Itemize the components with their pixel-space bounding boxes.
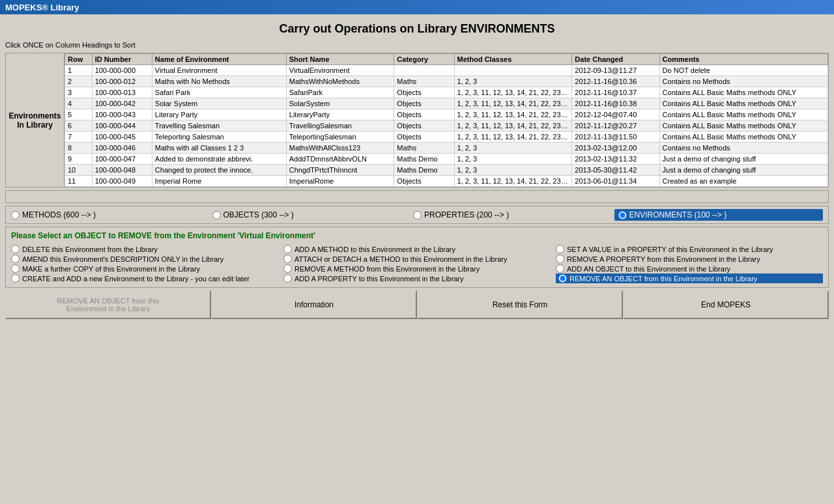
table-cell: 2012-12-04@07.40 <box>572 109 659 120</box>
col-category[interactable]: Category <box>394 54 454 65</box>
table-cell: Objects <box>394 132 454 143</box>
radio-environments-option[interactable]: ENVIRONMENTS (100 --> ) <box>614 209 824 221</box>
table-row[interactable]: 2100-000-012Maths with No MethodsMathsWi… <box>65 76 828 87</box>
table-cell: 8 <box>65 143 93 154</box>
col-name[interactable]: Name of Environment <box>152 54 286 65</box>
table-row[interactable]: 7100-000-045Teleporting SalesmanTeleport… <box>65 132 828 143</box>
col-short[interactable]: Short Name <box>286 54 394 65</box>
table-cell <box>394 65 454 76</box>
table-row[interactable]: 4100-000-042Solar SystemSolarSystemObjec… <box>65 98 828 109</box>
op-remove-property[interactable]: REMOVE A PROPERTY from this Environment … <box>556 254 823 264</box>
op-copy-label: MAKE a further COPY of this Environment … <box>22 265 200 273</box>
table-cell: 1, 2, 3, 11, 12, 13, 14, 21, 22, 23, 24, <box>454 176 572 187</box>
radio-op-remove-method[interactable] <box>283 264 292 273</box>
radio-methods[interactable] <box>11 211 20 219</box>
table-cell: Contains ALL Basic Maths methods ONLY <box>659 120 827 132</box>
radio-environments[interactable] <box>618 211 627 219</box>
table-cell: Maths Demo <box>394 165 454 176</box>
radio-op-attach-method[interactable] <box>283 255 292 263</box>
table-row[interactable]: 1100-000-000Virtual EnvironmentVirtualEn… <box>65 65 828 76</box>
op-delete-label: DELETE this Environment from the Library <box>22 245 158 253</box>
op-add-object-label: ADD AN OBJECT to this Environment in the… <box>567 265 730 273</box>
table-cell: 2012-11-16@10.36 <box>572 76 659 87</box>
table-row[interactable]: 6100-000-044Travelling SalesmanTravellin… <box>65 120 828 132</box>
col-comments[interactable]: Comments <box>659 54 827 65</box>
table-cell: Maths with all Classes 1 2 3 <box>152 143 286 154</box>
table-cell: Virtual Environment <box>152 65 286 76</box>
radio-properties-label: PROPERTIES (200 --> ) <box>424 210 509 219</box>
table-cell: Contains ALL Basic Maths methods ONLY <box>659 98 827 109</box>
table-cell: 100-000-043 <box>92 109 152 120</box>
op-create[interactable]: CREATE and ADD a new Environment to the … <box>11 273 278 283</box>
radio-properties[interactable] <box>413 211 422 219</box>
op-amend[interactable]: AMEND this Environment's DESCRIPTION ONL… <box>11 254 278 264</box>
op-attach-method[interactable]: ATTACH or DETACH a METHOD to this Enviro… <box>283 254 551 264</box>
table-cell: 6 <box>65 120 93 132</box>
radio-op-create[interactable] <box>11 274 20 283</box>
page-title: Carry out Operations on Library ENVIRONM… <box>5 17 829 40</box>
table-cell: 100-000-013 <box>92 87 152 98</box>
radio-objects[interactable] <box>212 211 221 219</box>
table-cell: 5 <box>65 109 93 120</box>
radio-methods-option[interactable]: METHODS (600 --> ) <box>11 210 212 219</box>
op-add-method[interactable]: ADD A METHOD to this Environment in the … <box>283 244 551 254</box>
reset-button[interactable]: Reset this Form <box>417 290 623 319</box>
table-cell: 2012-11-16@10.37 <box>572 87 659 98</box>
radio-op-copy[interactable] <box>11 264 20 273</box>
radio-op-add-property[interactable] <box>283 274 292 283</box>
op-add-object[interactable]: ADD AN OBJECT to this Environment in the… <box>556 264 823 273</box>
table-cell: 11 <box>65 176 93 187</box>
table-cell: MathsWithNoMethods <box>286 76 394 87</box>
table-cell: 100-000-045 <box>92 132 152 143</box>
radio-op-remove-object[interactable] <box>558 274 567 283</box>
radio-op-remove-property[interactable] <box>556 255 564 263</box>
table-row[interactable]: 11100-000-049Imperial RomeImperialRomeOb… <box>65 176 828 187</box>
table-row[interactable]: 8100-000-046Maths with all Classes 1 2 3… <box>65 143 828 154</box>
radio-op-delete[interactable] <box>11 245 20 253</box>
table-cell: 3 <box>65 87 93 98</box>
app-title: MOPEKS® Library <box>5 3 79 12</box>
table-cell: AdddTDmnsrtAbbrvOLN <box>286 154 394 165</box>
table-row[interactable]: 3100-000-013Safari ParkSafariParkObjects… <box>65 87 828 98</box>
op-copy[interactable]: MAKE a further COPY of this Environment … <box>11 264 278 273</box>
ops-title: Please Select an OBJECT to REMOVE from t… <box>11 231 823 240</box>
table-cell: 2 <box>65 76 93 87</box>
col-methods[interactable]: Method Classes <box>454 54 572 65</box>
table-cell: SafariPark <box>286 87 394 98</box>
op-remove-method[interactable]: REMOVE A METHOD from this Environment in… <box>283 264 551 273</box>
col-date[interactable]: Date Changed <box>572 54 659 65</box>
table-cell: 2013-06-01@11.34 <box>572 176 659 187</box>
op-delete[interactable]: DELETE this Environment from the Library <box>11 244 278 254</box>
col-row[interactable]: Row <box>65 54 93 65</box>
table-cell: Added to demonstrate abbrevi. <box>152 154 286 165</box>
radio-properties-option[interactable]: PROPERTIES (200 --> ) <box>413 210 614 219</box>
table-cell: Maths <box>394 143 454 154</box>
table-cell: Contains ALL Basic Maths methods ONLY <box>659 109 827 120</box>
information-button[interactable]: Information <box>211 290 417 319</box>
table-cell: 2012-09-13@11.27 <box>572 65 659 76</box>
spacer-section <box>5 190 829 203</box>
ops-col1: DELETE this Environment from the Library… <box>11 244 278 283</box>
end-button[interactable]: End MOPEKS <box>623 290 829 319</box>
table-row[interactable]: 9100-000-047Added to demonstrate abbrevi… <box>65 154 828 165</box>
radio-op-add-object[interactable] <box>556 264 564 273</box>
table-row[interactable]: 5100-000-043Literary PartyLiteraryPartyO… <box>65 109 828 120</box>
table-header-row: Row ID Number Name of Environment Short … <box>65 54 828 65</box>
table-cell: Objects <box>394 98 454 109</box>
radio-op-amend[interactable] <box>11 255 20 263</box>
action-button[interactable]: REMOVE AN OBJECT from thisEnvironment in… <box>5 290 211 319</box>
table-cell: Maths <box>394 76 454 87</box>
op-amend-label: AMEND this Environment's DESCRIPTION ONL… <box>22 255 223 263</box>
radio-op-add-method[interactable] <box>283 245 292 253</box>
radio-objects-option[interactable]: OBJECTS (300 --> ) <box>212 210 414 219</box>
table-cell: Changed to protect the innoce. <box>152 165 286 176</box>
table-cell: 1, 2, 3 <box>454 76 572 87</box>
table-cell: Literary Party <box>152 109 286 120</box>
op-set-value[interactable]: SET A VALUE in a PROPERTY of this Enviro… <box>556 244 823 254</box>
radio-op-set-value[interactable] <box>556 245 564 253</box>
table-cell: 1, 2, 3, 11, 12, 13, 14, 21, 22, 23, 24, <box>454 120 572 132</box>
op-remove-object[interactable]: REMOVE AN OBJECT from this Environment i… <box>556 273 823 283</box>
op-add-property[interactable]: ADD A PROPERTY to this Environment in th… <box>283 273 551 283</box>
col-id[interactable]: ID Number <box>92 54 152 65</box>
table-row[interactable]: 10100-000-048Changed to protect the inno… <box>65 165 828 176</box>
